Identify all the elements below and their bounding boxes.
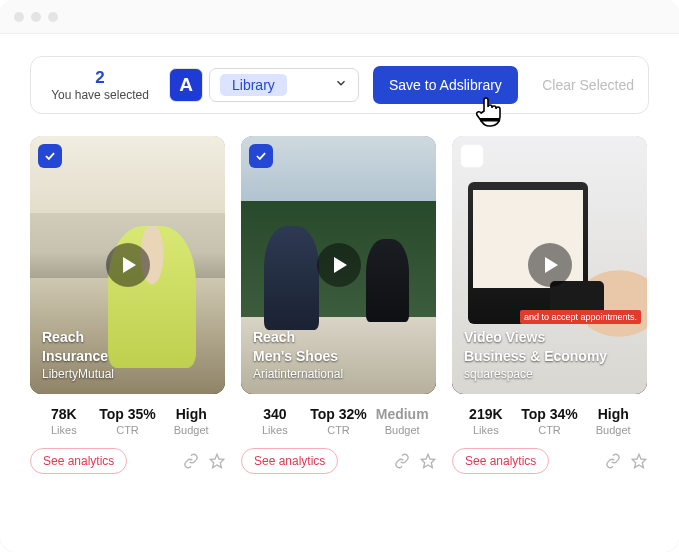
svg-marker-1	[210, 454, 223, 467]
ad-thumbnail[interactable]: and to accept appointments. Video Views …	[452, 136, 647, 394]
ad-cards-row: Reach Insurance LibertyMutual 78K Likes …	[30, 136, 649, 474]
stat-likes-label: Likes	[454, 424, 518, 436]
see-analytics-button[interactable]: See analytics	[30, 448, 127, 474]
ad-thumbnail[interactable]: Reach Men's Shoes Ariatinternational	[241, 136, 436, 394]
stat-ctr-value: Top 35%	[96, 406, 160, 422]
stat-ctr: Top 34% CTR	[518, 406, 582, 436]
play-icon[interactable]	[317, 243, 361, 287]
stat-budget-value: High	[581, 406, 645, 422]
select-checkbox[interactable]	[38, 144, 62, 168]
stat-likes-value: 340	[243, 406, 307, 422]
svg-marker-3	[632, 454, 645, 467]
star-icon[interactable]	[209, 453, 225, 469]
ad-actions: See analytics	[30, 448, 225, 474]
ad-stats: 219K Likes Top 34% CTR High Budget	[452, 406, 647, 436]
select-checkbox[interactable]	[460, 144, 484, 168]
selected-count-label: You have selected	[51, 88, 149, 102]
stat-likes: 219K Likes	[454, 406, 518, 436]
ad-card: Reach Insurance LibertyMutual 78K Likes …	[30, 136, 225, 474]
see-analytics-button[interactable]: See analytics	[241, 448, 338, 474]
stat-budget-label: Budget	[370, 424, 434, 436]
adslibrary-logo: A	[169, 68, 203, 102]
link-icon[interactable]	[605, 453, 621, 469]
library-group: A Library	[169, 68, 359, 102]
stat-ctr-value: Top 34%	[518, 406, 582, 422]
see-analytics-label: See analytics	[465, 454, 536, 468]
pointer-cursor-icon	[474, 93, 508, 136]
play-icon[interactable]	[106, 243, 150, 287]
stat-likes: 78K Likes	[32, 406, 96, 436]
ad-caption: Reach Insurance LibertyMutual	[30, 318, 126, 394]
stat-likes: 340 Likes	[243, 406, 307, 436]
save-to-adslibrary-button[interactable]: Save to Adslibrary	[373, 66, 518, 104]
adslibrary-logo-letter: A	[179, 74, 193, 96]
ad-card: Reach Men's Shoes Ariatinternational 340…	[241, 136, 436, 474]
stat-budget-label: Budget	[581, 424, 645, 436]
ad-advertiser: squarespace	[464, 366, 607, 382]
play-icon[interactable]	[528, 243, 572, 287]
ad-category: Men's Shoes	[253, 347, 343, 366]
stat-ctr-value: Top 32%	[307, 406, 371, 422]
stat-ctr: Top 35% CTR	[96, 406, 160, 436]
stat-likes-value: 78K	[32, 406, 96, 422]
window-dot-min[interactable]	[31, 12, 41, 22]
star-icon[interactable]	[631, 453, 647, 469]
ad-caption: Video Views Business & Economy squarespa…	[452, 318, 619, 394]
content-area: 2 You have selected A Library Save to Ad…	[0, 34, 679, 486]
see-analytics-button[interactable]: See analytics	[452, 448, 549, 474]
stat-budget: High Budget	[581, 406, 645, 436]
ad-stats: 78K Likes Top 35% CTR High Budget	[30, 406, 225, 436]
ad-actions: See analytics	[241, 448, 436, 474]
ad-thumbnail[interactable]: Reach Insurance LibertyMutual	[30, 136, 225, 394]
stat-ctr: Top 32% CTR	[307, 406, 371, 436]
ad-category: Insurance	[42, 347, 114, 366]
stat-budget-value: High	[159, 406, 223, 422]
ad-caption: Reach Men's Shoes Ariatinternational	[241, 318, 355, 394]
library-select[interactable]: Library	[209, 68, 359, 102]
stat-likes-value: 219K	[454, 406, 518, 422]
stat-ctr-label: CTR	[307, 424, 371, 436]
clear-selected-label: Clear Selected	[542, 77, 634, 93]
see-analytics-label: See analytics	[254, 454, 325, 468]
selected-count-number: 2	[51, 68, 149, 88]
ad-advertiser: LibertyMutual	[42, 366, 114, 382]
ad-advertiser: Ariatinternational	[253, 366, 343, 382]
select-checkbox[interactable]	[249, 144, 273, 168]
ad-category: Business & Economy	[464, 347, 607, 366]
ad-stats: 340 Likes Top 32% CTR Medium Budget	[241, 406, 436, 436]
link-icon[interactable]	[394, 453, 410, 469]
clear-selected-button[interactable]: Clear Selected	[542, 77, 634, 93]
stat-budget-label: Budget	[159, 424, 223, 436]
star-icon[interactable]	[420, 453, 436, 469]
stat-ctr-label: CTR	[518, 424, 582, 436]
svg-marker-2	[421, 454, 434, 467]
selected-count: 2 You have selected	[45, 68, 155, 103]
ad-actions: See analytics	[452, 448, 647, 474]
ad-objective: Video Views	[464, 328, 607, 347]
library-select-label: Library	[220, 74, 287, 96]
stat-budget-value: Medium	[370, 406, 434, 422]
window-dot-max[interactable]	[48, 12, 58, 22]
chevron-down-icon	[334, 76, 348, 94]
window-dot-close[interactable]	[14, 12, 24, 22]
ad-card: and to accept appointments. Video Views …	[452, 136, 647, 474]
stat-ctr-label: CTR	[96, 424, 160, 436]
stat-budget: Medium Budget	[370, 406, 434, 436]
stat-likes-label: Likes	[32, 424, 96, 436]
see-analytics-label: See analytics	[43, 454, 114, 468]
app-window: 2 You have selected A Library Save to Ad…	[0, 0, 679, 552]
svg-rect-0	[480, 118, 500, 122]
window-titlebar	[0, 0, 679, 34]
link-icon[interactable]	[183, 453, 199, 469]
stat-budget: High Budget	[159, 406, 223, 436]
ad-objective: Reach	[42, 328, 114, 347]
ad-objective: Reach	[253, 328, 343, 347]
selection-toolbar: 2 You have selected A Library Save to Ad…	[30, 56, 649, 114]
stat-likes-label: Likes	[243, 424, 307, 436]
save-button-label: Save to Adslibrary	[389, 77, 502, 93]
